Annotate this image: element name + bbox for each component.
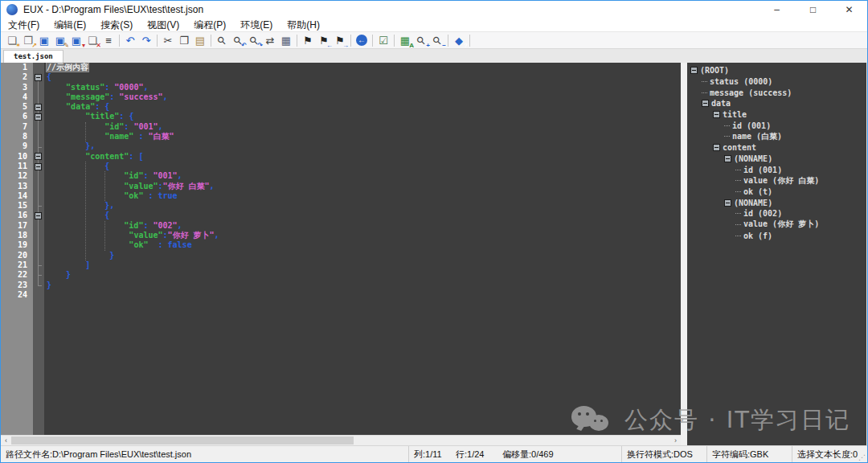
tree-item[interactable]: (NONAME) — [687, 197, 866, 208]
code-token[interactable]: "title" — [85, 112, 119, 121]
code-token[interactable]: "id" — [124, 171, 143, 180]
fold-toggle-icon[interactable] — [35, 163, 42, 170]
code-line-2[interactable]: { — [44, 72, 681, 82]
panel-splitter[interactable] — [681, 63, 687, 445]
replace-in-files-icon[interactable]: ▦ — [278, 33, 294, 48]
tree-collapse-icon[interactable] — [713, 111, 720, 118]
code-token[interactable]: "0000" — [114, 83, 143, 92]
code-line-20[interactable]: } — [44, 251, 681, 260]
code-token[interactable]: , — [178, 171, 182, 180]
code-token[interactable]: false — [168, 240, 192, 249]
code-token[interactable] — [47, 211, 104, 219]
code-token[interactable]: "id" — [124, 221, 143, 230]
code-line-8[interactable]: "name" : "白菜" — [44, 132, 681, 141]
code-line-23[interactable]: } — [44, 281, 681, 290]
code-token[interactable]: "name" — [104, 132, 133, 141]
code-token[interactable]: "ok" — [129, 240, 148, 249]
code-line-1[interactable]: //示例内容 — [44, 63, 681, 72]
replace-icon[interactable]: ⇄ — [262, 33, 278, 48]
code-token[interactable] — [47, 132, 104, 141]
code-token[interactable]: "message" — [66, 92, 109, 101]
find-icon[interactable]: ⚲ — [214, 33, 230, 48]
code-token[interactable]: true — [158, 191, 177, 200]
code-token[interactable]: } — [109, 251, 114, 260]
tree-item[interactable]: content — [687, 142, 866, 154]
code-line-19[interactable]: "ok" : false — [44, 240, 681, 250]
fold-toggle-icon[interactable] — [35, 153, 42, 160]
code-token[interactable]: { — [104, 162, 109, 170]
tree-collapse-icon[interactable] — [690, 67, 698, 74]
code-line-4[interactable]: "message": "success", — [44, 92, 681, 102]
code-line-6[interactable]: "title": { — [44, 112, 681, 121]
open-file-icon[interactable]: ❐↗ — [20, 33, 36, 48]
tree-item[interactable]: id (002) — [687, 208, 866, 219]
code-line-9[interactable]: }, — [44, 141, 681, 151]
zoom-out-icon[interactable]: ⚲− — [429, 33, 445, 48]
code-token[interactable]: }, — [85, 141, 95, 150]
code-token[interactable]: { — [104, 211, 109, 219]
code-line-21[interactable]: ] — [44, 260, 681, 270]
tree-collapse-icon[interactable] — [713, 144, 720, 151]
code-token[interactable]: "白菜" — [148, 132, 174, 141]
code-token[interactable]: { — [47, 72, 51, 81]
code-token[interactable]: "id" — [104, 122, 124, 131]
code-line-16[interactable]: { — [44, 211, 681, 220]
tree-item[interactable]: ok (t) — [687, 186, 866, 198]
copy-icon[interactable]: ❐ — [176, 33, 192, 48]
tree-item[interactable]: ok (f) — [687, 230, 866, 241]
code-token[interactable] — [47, 182, 124, 191]
tree-item[interactable]: name (白菜) — [687, 131, 866, 142]
minimize-button[interactable]: – — [759, 1, 795, 18]
code-token[interactable]: , — [163, 92, 168, 101]
redo-icon[interactable]: ↷ — [138, 33, 154, 48]
code-token[interactable] — [47, 92, 66, 101]
close-file-icon[interactable]: ❏✕ — [84, 33, 100, 48]
code-token[interactable]: , — [215, 231, 219, 240]
code-token[interactable]: "success" — [119, 92, 162, 101]
code-text-area[interactable]: //示例内容{ "status": "0000", "message": "su… — [44, 63, 681, 435]
code-token[interactable] — [47, 270, 66, 279]
code-token[interactable] — [47, 112, 85, 121]
menu-help[interactable]: 帮助(H) — [280, 18, 327, 32]
code-token[interactable] — [47, 141, 85, 150]
code-line-13[interactable]: "value":"你好 白菜", — [44, 182, 681, 191]
code-token[interactable]: } — [47, 281, 51, 289]
tree-collapse-icon[interactable] — [724, 199, 731, 207]
about-icon[interactable]: ◆? — [451, 33, 467, 48]
code-line-5[interactable]: "data": { — [44, 102, 681, 112]
code-token[interactable] — [47, 260, 85, 269]
code-token[interactable]: { — [104, 102, 109, 111]
code-token[interactable] — [47, 162, 104, 170]
paste-icon[interactable]: ▤ — [192, 33, 208, 48]
code-token[interactable]: [ — [138, 152, 143, 161]
menu-view[interactable]: 视图(V) — [140, 18, 186, 32]
code-token[interactable]: : — [148, 240, 167, 249]
find-prev-icon[interactable]: ⚲↶ — [230, 33, 246, 48]
code-token[interactable]: "status" — [66, 83, 104, 92]
code-line-22[interactable]: } — [44, 270, 681, 280]
code-token[interactable] — [47, 122, 104, 131]
undo-icon[interactable]: ↶ — [122, 33, 138, 48]
fold-toggle-icon[interactable] — [35, 74, 42, 81]
zoom-in-icon[interactable]: ⚲+ — [413, 33, 429, 48]
cut-icon[interactable]: ✂ — [160, 33, 176, 48]
save-file-icon[interactable]: ▣ — [36, 33, 52, 48]
code-token[interactable] — [47, 221, 124, 230]
code-token[interactable]: : — [143, 191, 158, 200]
code-token[interactable]: "你好 萝卜" — [168, 231, 215, 240]
code-line-15[interactable]: }, — [44, 201, 681, 211]
tree-collapse-icon[interactable] — [702, 100, 709, 107]
code-line-14[interactable]: "ok" : true — [44, 191, 681, 201]
code-token[interactable] — [47, 102, 66, 111]
menu-program[interactable]: 编程(P) — [186, 18, 233, 32]
code-line-12[interactable]: "id": "001", — [44, 171, 681, 181]
fold-toggle-icon[interactable] — [35, 212, 42, 219]
save-as-file-icon[interactable]: ▣✎ — [52, 33, 68, 48]
menu-file[interactable]: 文件(F) — [1, 18, 47, 32]
code-token[interactable]: , — [143, 83, 148, 92]
code-token[interactable]: "001" — [133, 122, 158, 131]
code-token[interactable] — [47, 231, 129, 240]
horizontal-scrollbar[interactable]: ‹ › — [1, 435, 681, 445]
tree-item[interactable]: id (001) — [687, 164, 866, 175]
code-token[interactable] — [47, 191, 124, 200]
